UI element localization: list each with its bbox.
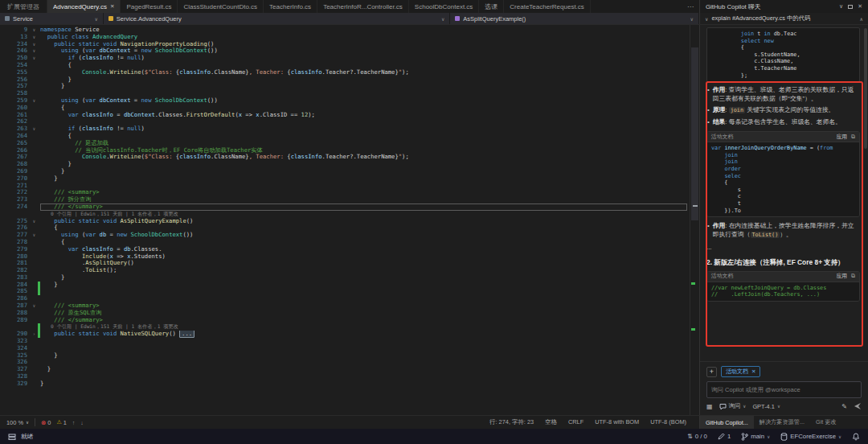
status-item[interactable]: UTF-8 (BOM) xyxy=(650,418,686,426)
repo-icon xyxy=(780,433,788,441)
pending-edits[interactable]: 1 xyxy=(718,433,731,440)
bullet-dot-icon: • xyxy=(707,106,710,115)
close-icon[interactable]: ✕ xyxy=(858,3,862,10)
code-text xyxy=(40,288,690,295)
sync-status[interactable]: ⇅ 0 / 0 xyxy=(687,433,707,440)
chat-scrollbar[interactable] xyxy=(864,28,867,149)
fold-marker[interactable]: ∨ xyxy=(31,218,38,225)
git-branch[interactable]: main ∨ xyxy=(741,433,770,441)
status-item[interactable]: 行: 274, 字符: 23 xyxy=(489,418,534,426)
chevron-up-icon[interactable]: ∧ xyxy=(860,16,863,22)
code-text: if (classInfo != null) xyxy=(40,55,690,62)
model-dropdown[interactable]: GPT-4.1 ∨ xyxy=(752,403,780,410)
fold-marker xyxy=(31,175,38,183)
warning-count[interactable]: ⚠ 1 xyxy=(56,419,66,426)
code-text xyxy=(40,183,690,190)
code-line: 257 } xyxy=(0,83,690,90)
editor-tab[interactable]: CreateTeacherRequest.cs xyxy=(504,0,591,13)
tab-overflow-icon[interactable]: ⋯ xyxy=(682,0,699,13)
chevron-down-icon: ∨ xyxy=(777,404,780,409)
code-line: 280 Include(x => x.Students) xyxy=(0,253,690,261)
code-text: } xyxy=(40,83,690,90)
context-chip[interactable]: 活动文档 ✕ xyxy=(721,366,760,377)
apply-button[interactable]: 应用 xyxy=(836,133,847,142)
fold-marker[interactable]: ∨ xyxy=(31,55,38,62)
add-context-button[interactable]: + xyxy=(706,367,717,377)
fold-marker[interactable]: › xyxy=(31,331,38,338)
chat-code-block: join t in db.Teac select new { s.Student… xyxy=(706,27,860,82)
fold-marker[interactable]: ∨ xyxy=(31,27,38,34)
code-text: Console.WriteLine($"Class: {classInfo.Cl… xyxy=(40,154,690,161)
editor-tab[interactable]: ClassStudentCountDto.cs xyxy=(178,0,264,13)
fold-marker xyxy=(31,317,38,324)
dock-icon[interactable] xyxy=(848,5,853,9)
editor-tab[interactable]: TeacherInfo.cs xyxy=(264,0,317,13)
fold-marker[interactable]: ∨ xyxy=(31,125,38,133)
code-text: .AsSplitQuery() xyxy=(40,260,690,267)
code-text: /// <summary> xyxy=(40,189,690,196)
attach-image-icon[interactable]: ▦ xyxy=(706,403,713,410)
extension-manager-label[interactable]: 扩展管理器 xyxy=(0,0,47,13)
code-editor[interactable]: 9∨namespace Service13∨ public class Adva… xyxy=(0,25,699,415)
copilot-prompt-row[interactable]: ∨ explain #AdvancedQuery.cs 中的代码 ∧ xyxy=(699,13,868,24)
tab-close-icon[interactable]: ✕ xyxy=(110,3,114,10)
zoom-dropdown[interactable]: 100 % ∨ xyxy=(6,419,29,426)
code-line: 255 Console.WriteLine($"Class: {classInf… xyxy=(0,69,690,76)
error-count[interactable]: ⊗ 0 xyxy=(41,419,51,426)
fold-marker[interactable]: ∨ xyxy=(31,302,38,310)
fold-marker xyxy=(31,345,38,352)
fold-marker[interactable]: ∨ xyxy=(31,47,38,55)
code-line: 282 .ToList(); xyxy=(0,267,690,274)
copy-icon[interactable]: ⧉ xyxy=(851,133,855,142)
editor-scrollbar[interactable] xyxy=(690,25,699,415)
fold-marker xyxy=(31,359,38,366)
panel-tab[interactable]: 解决方案资源管... xyxy=(754,416,810,429)
quill-icon[interactable]: ✎ xyxy=(841,403,847,410)
code-text xyxy=(40,359,690,366)
editor-tab[interactable]: AdvancedQuery.cs✕ xyxy=(47,0,121,13)
send-icon[interactable] xyxy=(854,402,862,410)
scrollbar-thumb[interactable] xyxy=(691,47,698,220)
editor-tab[interactable]: PagedResult.cs xyxy=(121,0,178,13)
fold-marker[interactable]: ∨ xyxy=(31,232,38,239)
fold-marker[interactable]: ∨ xyxy=(31,41,38,48)
member-dropdown[interactable]: AsSplitQueryExample() ∨ xyxy=(450,13,698,24)
code-text: } xyxy=(40,274,690,282)
code-line: 262 xyxy=(0,118,690,125)
code-line: 268 } xyxy=(0,161,690,168)
bullet-text: 作用: 查询学生、班级、老师三表的关联数据，只返回三表都有关联的数据（即“交集”… xyxy=(713,86,860,103)
project-dropdown[interactable]: Service ∨ xyxy=(0,13,103,24)
background-tasks-icon[interactable] xyxy=(8,433,16,441)
status-item[interactable]: UTF-8 with BOM xyxy=(595,418,639,426)
copilot-chat-input[interactable] xyxy=(706,381,862,398)
arrow-down-icon[interactable]: ↓ xyxy=(80,420,84,426)
editor-tab[interactable]: TeacherInfoR...Controller.cs xyxy=(317,0,409,13)
code-text: if (classInfo != null) xyxy=(40,125,690,133)
fold-marker[interactable]: ∨ xyxy=(31,34,38,41)
ask-mode-dropdown[interactable]: 询问 ∨ xyxy=(719,402,747,410)
arrow-up-icon[interactable]: ↑ xyxy=(72,420,76,426)
code-view[interactable]: 9∨namespace Service13∨ public class Adva… xyxy=(0,25,690,415)
editor-tab[interactable]: 选课 xyxy=(479,0,504,13)
copy-icon[interactable]: ⧉ xyxy=(851,272,855,281)
fold-marker[interactable]: ∨ xyxy=(31,97,38,105)
chip-close-icon[interactable]: ✕ xyxy=(751,368,755,375)
branch-icon xyxy=(741,433,748,441)
chevron-down-icon[interactable]: ∨ xyxy=(839,3,843,10)
codelens-text[interactable]: 0 个引用 | Edwin，151 天前 | 1 名作者，1 项更改 xyxy=(40,211,178,216)
panel-tab[interactable]: GitHub Copilot... xyxy=(700,416,754,429)
apply-button[interactable]: 应用 xyxy=(836,272,847,281)
codelens-text[interactable]: 0 个引用 | Edwin，151 天前 | 1 名作者，1 项更改 xyxy=(40,323,178,329)
status-item[interactable]: 空格 xyxy=(545,418,557,426)
code-card: 活动文档应用⧉var innerJoinQueryOrderByName = (… xyxy=(706,131,860,217)
code-line: 260 { xyxy=(0,105,690,112)
bullet-list: •作用: 查询学生、班级、老师三表的关联数据，只返回三表都有关联的数据（即“交集… xyxy=(707,86,860,126)
git-repo[interactable]: EFCoreExercise ∨ xyxy=(780,433,841,441)
tab-label: PagedResult.cs xyxy=(126,3,171,10)
bell-icon[interactable] xyxy=(852,433,860,441)
code-line: 272 /// <summary> xyxy=(0,189,690,196)
status-item[interactable]: CRLF xyxy=(568,418,583,426)
editor-tab[interactable]: SchoolDbContext.cs xyxy=(409,0,479,13)
type-dropdown[interactable]: Service.AdvancedQuery ∨ xyxy=(104,13,450,24)
panel-tab[interactable]: Git 更改 xyxy=(810,416,842,429)
